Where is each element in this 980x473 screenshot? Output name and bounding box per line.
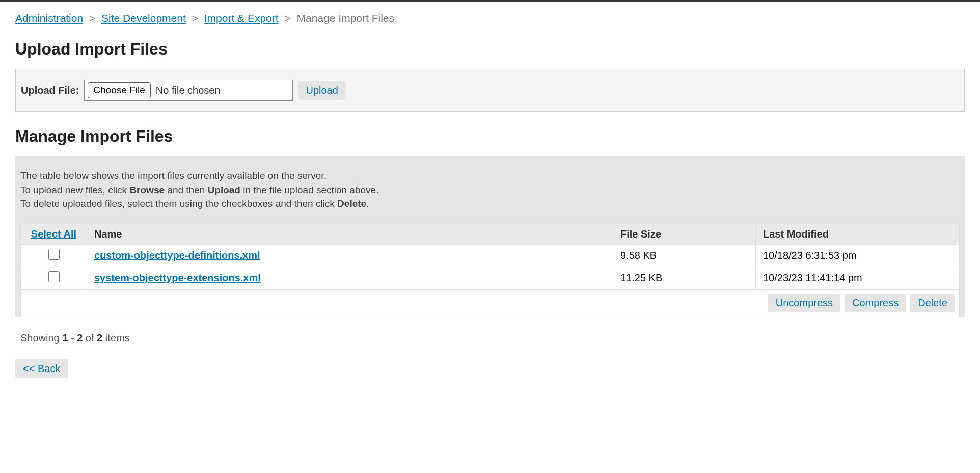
file-size: 9.58 KB [613, 244, 756, 267]
breadcrumb-current: Manage Import Files [297, 12, 394, 24]
breadcrumb-separator: > [89, 12, 95, 24]
back-button[interactable]: << Back [15, 359, 68, 378]
delete-button[interactable]: Delete [910, 294, 955, 312]
table-row: system-objecttype-extensions.xml 11.25 K… [21, 267, 960, 289]
uncompress-button[interactable]: Uncompress [768, 294, 840, 312]
file-link[interactable]: custom-objecttype-definitions.xml [94, 250, 260, 261]
paging-info: Showing 1 - 2 of 2 items [20, 332, 965, 344]
table-actions: Uncompress Compress Delete [20, 290, 960, 317]
upload-heading: Upload Import Files [15, 40, 965, 59]
instructions-text: The table below shows the import files c… [20, 169, 960, 211]
upload-file-label: Upload File: [21, 85, 79, 96]
breadcrumb-link-site-development[interactable]: Site Development [101, 12, 186, 24]
file-input[interactable]: Choose File No file chosen [84, 80, 293, 101]
file-modified: 10/18/23 6:31:53 pm [756, 244, 960, 267]
column-header-name: Name [87, 224, 613, 244]
breadcrumb-separator: > [284, 12, 290, 24]
manage-heading: Manage Import Files [15, 127, 965, 146]
file-modified: 10/23/23 11:41:14 pm [756, 267, 960, 289]
file-link[interactable]: system-objecttype-extensions.xml [94, 272, 261, 283]
import-files-table: Select All Name File Size Last Modified … [20, 224, 960, 290]
column-header-modified: Last Modified [756, 224, 960, 244]
upload-box: Upload File: Choose File No file chosen … [15, 69, 965, 112]
instructions-box: The table below shows the import files c… [15, 156, 965, 317]
select-all-link[interactable]: Select All [31, 228, 76, 240]
compress-button[interactable]: Compress [845, 294, 906, 312]
breadcrumb-link-administration[interactable]: Administration [15, 12, 83, 24]
row-checkbox[interactable] [48, 271, 60, 282]
no-file-chosen-text: No file chosen [156, 85, 221, 96]
breadcrumb-link-import-export[interactable]: Import & Export [204, 12, 279, 24]
upload-button[interactable]: Upload [298, 81, 345, 100]
breadcrumb-separator: > [192, 12, 198, 24]
row-checkbox[interactable] [48, 249, 60, 260]
choose-file-button[interactable]: Choose File [88, 82, 150, 98]
table-row: custom-objecttype-definitions.xml 9.58 K… [21, 244, 960, 267]
breadcrumb: Administration > Site Development > Impo… [15, 12, 965, 24]
file-size: 11.25 KB [613, 267, 756, 289]
column-header-size: File Size [613, 224, 756, 244]
